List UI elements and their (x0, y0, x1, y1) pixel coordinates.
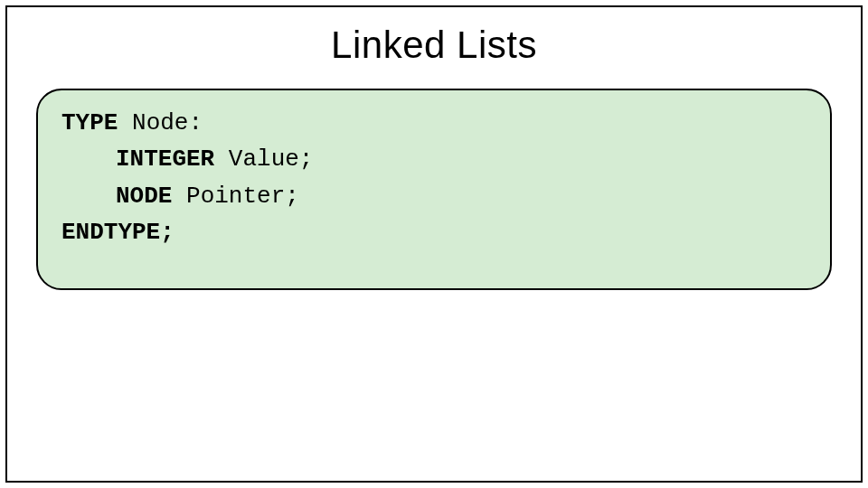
code-text: Pointer; (172, 183, 298, 210)
code-text: Node: (118, 109, 203, 136)
code-box: TYPE Node: INTEGER Value; NODE Pointer; … (36, 89, 832, 290)
code-line-3: NODE Pointer; (61, 178, 807, 214)
code-line-1: TYPE Node: (61, 105, 807, 141)
page-title: Linked Lists (36, 23, 832, 67)
keyword-node: NODE (116, 183, 172, 210)
slide-frame: Linked Lists TYPE Node: INTEGER Value; N… (5, 5, 863, 483)
keyword-endtype: ENDTYPE; (61, 219, 175, 246)
keyword-type: TYPE (61, 109, 118, 136)
code-line-2: INTEGER Value; (61, 141, 807, 177)
code-text: Value; (214, 145, 313, 173)
keyword-integer: INTEGER (116, 145, 214, 173)
code-line-4: ENDTYPE; (61, 214, 807, 250)
